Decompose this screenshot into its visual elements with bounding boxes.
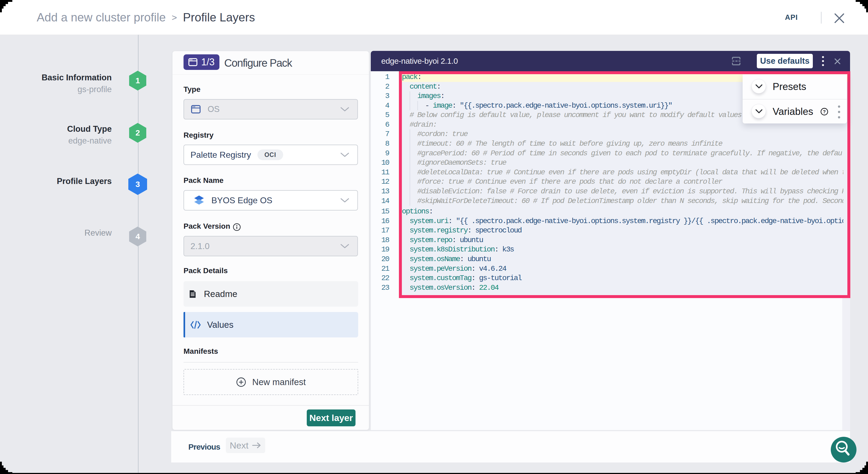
svg-text:?: ? xyxy=(823,109,826,114)
